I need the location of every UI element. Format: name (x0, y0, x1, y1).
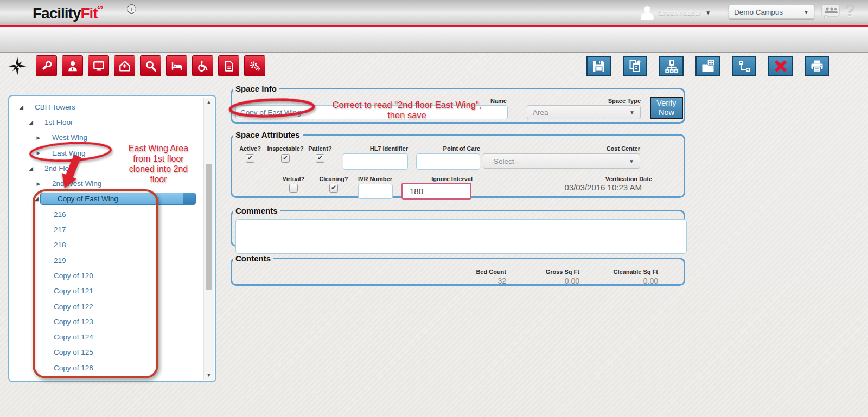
gears-icon[interactable] (244, 55, 265, 76)
info-icon[interactable]: i (127, 4, 136, 14)
ivr-number-input[interactable] (358, 184, 393, 199)
bed-count-value: 32 (436, 277, 506, 285)
print-icon[interactable] (805, 56, 829, 76)
tree-item[interactable]: 219 (9, 253, 201, 268)
cleanable-sqft-column: Cleanable Sq Ft 0.00 (588, 268, 658, 285)
tree-item-label[interactable]: Copy of 125 (54, 348, 93, 356)
toolbar (0, 27, 868, 53)
expanded-icon[interactable]: ◢ (33, 196, 40, 202)
point-of-care-label: Point of Care (416, 145, 480, 152)
hl7-label: HL7 Identifier (343, 145, 408, 152)
inspectable-checkbox[interactable]: ✔ (281, 154, 290, 163)
space-attributes-panel: Space Attributes Active? ✔ Inspectable? … (231, 130, 685, 198)
scroll-down-icon[interactable]: ▼ (204, 373, 214, 378)
search-icon[interactable] (140, 55, 161, 76)
virtual-checkbox[interactable] (289, 184, 298, 193)
tree-item[interactable]: Copy of 123 (9, 314, 201, 329)
bed-icon[interactable] (166, 55, 187, 76)
tree-item-label[interactable]: CBH Towers (35, 103, 75, 111)
tree-item[interactable]: 216 (9, 207, 201, 222)
tree-item-label[interactable]: Copy of 126 (54, 364, 93, 372)
inspectable-label: Inspectable? (266, 145, 305, 152)
chevron-down-icon[interactable]: ▼ (705, 10, 711, 16)
monitor-icon[interactable] (88, 55, 109, 76)
tree-item-label[interactable]: Copy of 123 (54, 318, 93, 326)
tree-item-label[interactable]: East Wing (52, 149, 86, 157)
user-menu[interactable]: larson-rodger (658, 9, 701, 17)
tree-item-label[interactable]: Copy of East Wing (58, 195, 118, 203)
help-icon[interactable]: ? (845, 2, 855, 20)
verify-now-button[interactable]: Verify Now (650, 97, 683, 119)
tree-item-selected[interactable]: ◢Copy of East Wing (9, 191, 201, 207)
tree-item-label[interactable]: 219 (54, 256, 66, 265)
tree-item[interactable]: ◢2nd Floor (9, 161, 201, 176)
tree-item-label[interactable]: Copy of 122 (54, 303, 93, 311)
point-of-care-input[interactable] (416, 153, 480, 170)
tree-item[interactable]: Copy of 122 (9, 299, 201, 314)
comments-legend: Comments (233, 206, 280, 215)
tree-scrollbar[interactable]: ▲ ▼ (203, 98, 214, 380)
tree-item-label[interactable]: 2nd Floor (44, 164, 75, 172)
logo-tm: . (103, 14, 104, 18)
tree-item[interactable]: Copy of 126 (9, 360, 201, 375)
tree-item[interactable]: ▶West Wing (9, 130, 201, 145)
tree-item[interactable]: 217 (9, 222, 201, 237)
tree-add-icon[interactable] (732, 56, 756, 76)
tree-item[interactable]: Copy of 120 (9, 268, 201, 283)
cost-center-label: Cost Center (483, 145, 640, 152)
expanded-icon[interactable]: ◢ (27, 119, 35, 125)
tree-item[interactable]: ▶2nd West Wing (9, 176, 201, 191)
tree-item[interactable]: Copy of 124 (9, 329, 201, 344)
person-icon[interactable] (62, 55, 83, 76)
space-type-select[interactable]: Area▼ (527, 105, 641, 119)
tree-item-label[interactable]: Copy of 121 (54, 287, 93, 295)
chat-people-icon[interactable] (821, 4, 840, 20)
cost-center-select[interactable]: --Select--▼ (483, 153, 640, 169)
home-plus-icon[interactable] (114, 55, 135, 76)
tree-item-label[interactable]: 216 (54, 210, 66, 219)
clone-edit-icon[interactable] (623, 56, 647, 76)
tree-item-label[interactable]: 217 (54, 226, 66, 234)
active-checkbox[interactable]: ✔ (246, 154, 254, 163)
comments-panel: Comments (231, 206, 685, 247)
comments-textarea[interactable] (235, 219, 687, 254)
scrollbar-thumb[interactable] (206, 164, 212, 290)
delete-x-icon[interactable] (768, 56, 793, 76)
hierarchy-icon[interactable] (659, 56, 684, 76)
campus-select[interactable]: Demo Campus ▼ (729, 5, 814, 19)
hl7-input[interactable] (343, 153, 408, 170)
logo-facility: Facility (33, 5, 80, 22)
document-icon[interactable] (218, 55, 239, 76)
contents-panel: Contents Bed Count 32 Gross Sq Ft 0.00 C… (231, 254, 685, 286)
name-input[interactable] (235, 105, 508, 119)
tree-item[interactable]: ▶East Wing (9, 145, 201, 161)
space-attributes-legend: Space Attributes (233, 130, 303, 139)
ignore-interval-input[interactable] (401, 183, 471, 200)
storage-folder-icon[interactable] (695, 56, 720, 76)
collapsed-icon[interactable]: ▶ (35, 135, 42, 140)
tree-item[interactable]: Copy of 125 (9, 345, 201, 360)
tree-item[interactable]: Copy of 121 (9, 284, 201, 299)
tree-item-label[interactable]: 218 (54, 241, 66, 249)
collapsed-icon[interactable]: ▶ (35, 150, 42, 156)
wheelchair-icon[interactable] (192, 55, 213, 76)
patient-checkbox[interactable]: ✔ (316, 154, 324, 163)
wrench-icon[interactable] (36, 55, 57, 76)
tree-item[interactable]: 218 (9, 238, 201, 253)
scroll-up-icon[interactable]: ▲ (204, 99, 214, 105)
tree-item-label[interactable]: Copy of 124 (54, 333, 93, 341)
collapsed-icon[interactable]: ▶ (35, 181, 42, 187)
selected-highlight[interactable]: Copy of East Wing (40, 193, 196, 205)
cleaning-checkbox[interactable]: ✔ (329, 184, 338, 193)
tree-item-label[interactable]: West Wing (52, 133, 87, 142)
tree-item-label[interactable]: 2nd West Wing (52, 179, 101, 188)
tree-item-label[interactable]: Copy of 120 (54, 272, 93, 280)
compass-icon[interactable] (7, 56, 28, 76)
app-logo: FacilityFitᔕ. (33, 3, 104, 22)
tree-item-label[interactable]: 1st Floor (44, 118, 73, 126)
tree-item[interactable]: ◢CBH Towers (9, 99, 201, 114)
save-icon[interactable] (586, 56, 611, 76)
expanded-icon[interactable]: ◢ (27, 165, 35, 171)
expanded-icon[interactable]: ◢ (17, 104, 25, 110)
tree-item[interactable]: ◢1st Floor (9, 114, 201, 130)
